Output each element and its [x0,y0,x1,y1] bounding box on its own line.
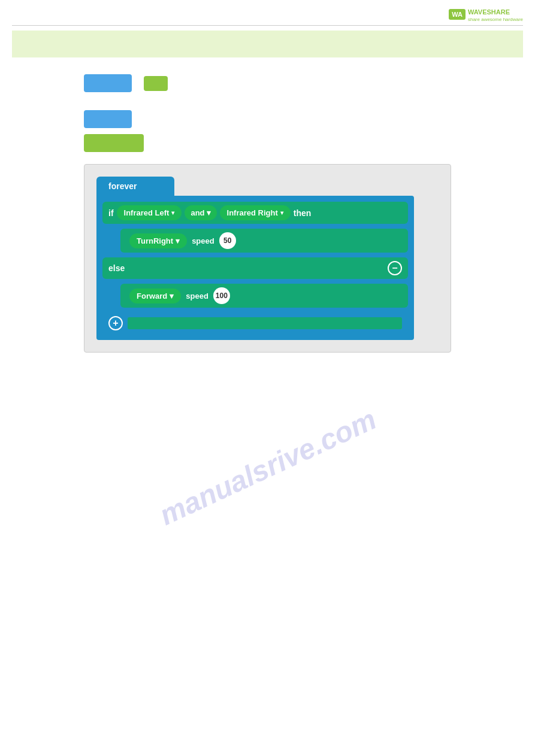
turnright-dropdown-icon: ▾ [176,236,180,245]
forward-dropdown-icon: ▾ [170,292,174,300]
header: WA WAVESHARE share awesome hardware [0,0,535,25]
infrared-right-dropdown-icon: ▾ [280,210,283,216]
green-small-block [144,76,168,91]
then-label: then [294,208,312,218]
green-wide-block [84,134,144,152]
speed-label-1: speed [192,236,214,245]
infrared-left-label: Infrared Left [124,208,170,217]
speed-value-2[interactable]: 100 [213,287,230,304]
speed-label-2: speed [186,292,208,300]
minus-button[interactable]: − [388,261,402,275]
blue-block-2 [84,110,132,128]
infrared-left-dropdown-icon: ▾ [171,210,174,216]
logo-slogan: share awesome hardware [468,17,523,22]
forward-row: Forward ▾ speed 100 [120,284,408,308]
turnright-row: TurnRight ▾ speed 50 [120,229,408,253]
content-area: forever if Infrared Left ▾ and ▾ Infrare… [0,62,535,377]
block-diagram: forever if Infrared Left ▾ and ▾ Infrare… [84,164,451,353]
else-label: else [108,263,125,273]
and-button[interactable]: and ▾ [185,205,216,220]
watermark: manualsrive.com [154,403,381,532]
forward-button[interactable]: Forward ▾ [129,289,181,303]
header-divider [12,25,523,26]
logo-brand: WAVESHARE [468,8,510,16]
green-header-bar [12,31,523,57]
plus-row: + [102,312,408,334]
if-label: if [108,208,114,218]
else-row: else − [102,257,408,279]
speed-value-1[interactable]: 50 [219,232,236,249]
infrared-left-button[interactable]: Infrared Left ▾ [117,205,182,220]
logo: WA WAVESHARE share awesome hardware [449,6,523,22]
turnright-label: TurnRight [137,236,173,245]
block-body: if Infrared Left ▾ and ▾ Infrared Right … [96,196,414,340]
plus-line [128,317,402,329]
forever-label: forever [108,181,137,191]
forever-block: forever [96,177,174,196]
forward-label: Forward [137,292,167,300]
if-row: if Infrared Left ▾ and ▾ Infrared Right … [102,202,408,224]
infrared-right-label: Infrared Right [227,208,278,217]
plus-button[interactable]: + [108,316,123,330]
logo-wa-badge: WA [449,9,466,20]
turnright-button[interactable]: TurnRight ▾ [129,233,187,248]
infrared-right-button[interactable]: Infrared Right ▾ [220,205,291,220]
top-blocks-row [84,74,451,92]
and-dropdown-icon: ▾ [207,208,211,217]
and-label: and [191,208,204,217]
blue-block-1 [84,74,132,92]
